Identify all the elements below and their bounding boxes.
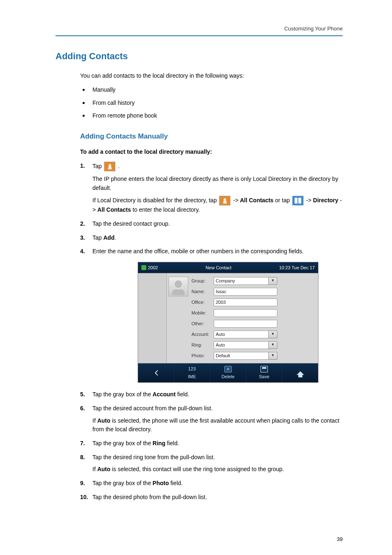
field-row-group: Group: Company ▼ bbox=[191, 276, 315, 286]
field-row-name: Name: Issac bbox=[191, 287, 315, 296]
all-contacts-label: All Contacts bbox=[240, 197, 274, 204]
photo-label: Photo bbox=[152, 480, 169, 486]
text: -> bbox=[306, 197, 313, 204]
step-line: Tap the desired photo from the pull-down… bbox=[92, 493, 343, 502]
text: is selected, the phone will use the firs… bbox=[92, 417, 339, 433]
field-row-ring: Ring: Auto ▼ bbox=[191, 340, 315, 350]
contacts-icon bbox=[219, 196, 231, 206]
field-row-office: Office: 2003 bbox=[191, 297, 315, 307]
apps-icon bbox=[292, 196, 304, 206]
add-label: Add bbox=[103, 234, 114, 241]
delete-button[interactable]: Delete bbox=[210, 363, 247, 382]
field-label: Ring: bbox=[191, 342, 214, 349]
ime-button[interactable]: 123 IME bbox=[174, 363, 210, 382]
ring-value[interactable]: Auto bbox=[214, 341, 268, 349]
delete-label: Delete bbox=[221, 373, 235, 380]
text: Tap the gray box of the bbox=[92, 440, 152, 446]
text: If Local Directory is disabled for the d… bbox=[92, 197, 218, 204]
step-5: 5. Tap the gray box of the Account field… bbox=[80, 390, 343, 399]
auto-label: Auto bbox=[97, 417, 111, 424]
chevron-down-icon[interactable]: ▼ bbox=[268, 277, 277, 285]
subsection-heading: Adding Contacts Manually bbox=[80, 131, 343, 142]
screenshot-titlebar: 2002 New Contact 10:23 Tue Dec 17 bbox=[138, 262, 318, 273]
step-10: 10. Tap the desired photo from the pull-… bbox=[80, 493, 343, 502]
step-number: 8. bbox=[80, 453, 85, 462]
text: -> bbox=[233, 197, 238, 204]
group-select[interactable]: Company ▼ bbox=[214, 277, 277, 285]
header-right: Customizing Your Phone bbox=[284, 25, 343, 32]
phone-screenshot: 2002 New Contact 10:23 Tue Dec 17 Group: bbox=[138, 262, 318, 383]
chevron-down-icon[interactable]: ▼ bbox=[268, 331, 277, 338]
text: Tap bbox=[92, 163, 103, 169]
other-input[interactable] bbox=[214, 320, 277, 328]
account-value[interactable]: Auto bbox=[214, 331, 268, 338]
step-3: 3. Tap Add. bbox=[80, 234, 343, 243]
step-line: Tap Add. bbox=[92, 234, 343, 243]
ime-label: IME bbox=[188, 373, 196, 380]
step-line: Tap the gray box of the Account field. bbox=[92, 390, 343, 399]
page-number: 39 bbox=[337, 535, 343, 543]
step-number: 1. bbox=[80, 162, 85, 171]
step-4: 4. Enter the name and the office, mobile… bbox=[80, 247, 343, 383]
status-account: 2002 bbox=[141, 264, 158, 271]
text: If bbox=[92, 417, 97, 424]
phone-icon bbox=[141, 265, 146, 270]
ime-mode: 123 bbox=[188, 365, 196, 372]
list-item: From remote phone book bbox=[80, 111, 343, 120]
mobile-input[interactable] bbox=[214, 309, 277, 317]
list-item: From call history bbox=[80, 99, 343, 108]
directory-label: Directory bbox=[313, 197, 338, 204]
step-line: Tap the gray box of the Ring field. bbox=[92, 439, 343, 448]
text: field. bbox=[165, 440, 179, 446]
chevron-down-icon[interactable]: ▼ bbox=[268, 352, 277, 360]
photo-value[interactable]: Default bbox=[214, 352, 268, 360]
section-heading: Adding Contacts bbox=[55, 49, 343, 63]
field-label: Name: bbox=[191, 288, 214, 295]
step-line: If Auto is selected, this contact will u… bbox=[92, 465, 343, 474]
step-9: 9. Tap the gray box of the Photo field. bbox=[80, 479, 343, 488]
step-line: The IP phone enters the local directory … bbox=[92, 175, 343, 192]
step-line: Tap the desired account from the pull-do… bbox=[92, 404, 343, 413]
avatar-placeholder[interactable] bbox=[168, 277, 188, 296]
step-number: 6. bbox=[80, 404, 85, 413]
group-value[interactable]: Company bbox=[214, 277, 268, 285]
text: . bbox=[118, 163, 120, 169]
step-line: If Auto is selected, the phone will use … bbox=[92, 416, 343, 434]
screenshot-body: Group: Company ▼ Name: Issac bbox=[138, 273, 318, 363]
back-button[interactable] bbox=[138, 363, 174, 382]
home-icon bbox=[297, 371, 304, 375]
step-number: 10. bbox=[80, 493, 88, 502]
home-button[interactable] bbox=[282, 363, 318, 382]
text: If bbox=[92, 466, 97, 472]
ring-select[interactable]: Auto ▼ bbox=[214, 341, 277, 349]
step-line: If Local Directory is disabled for the d… bbox=[92, 196, 343, 215]
clock: 10:23 Tue Dec 17 bbox=[279, 264, 315, 271]
account-select[interactable]: Auto ▼ bbox=[214, 331, 277, 338]
save-icon bbox=[261, 366, 268, 372]
photo-select[interactable]: Default ▼ bbox=[214, 352, 277, 360]
text: . bbox=[115, 234, 116, 241]
procedure-title: To add a contact to the local directory … bbox=[80, 148, 343, 157]
field-label: Other: bbox=[191, 320, 214, 327]
text: Tap the gray box of the bbox=[92, 391, 152, 398]
screenshot-footer: 123 IME Delete Save bbox=[138, 363, 318, 382]
step-7: 7. Tap the gray box of the Ring field. bbox=[80, 439, 343, 448]
text: Tap the gray box of the bbox=[92, 480, 152, 486]
field-label: Mobile: bbox=[191, 310, 214, 317]
back-icon bbox=[155, 370, 161, 376]
step-line: Tap . bbox=[92, 162, 343, 171]
save-button[interactable]: Save bbox=[246, 363, 282, 382]
step-line: Tap the desired contact group. bbox=[92, 220, 343, 229]
name-input[interactable]: Issac bbox=[214, 288, 277, 296]
chevron-down-icon[interactable]: ▼ bbox=[268, 341, 277, 349]
office-input[interactable]: 2003 bbox=[214, 298, 277, 306]
step-8: 8. Tap the desired ring tone from the pu… bbox=[80, 453, 343, 474]
step-2: 2. Tap the desired contact group. bbox=[80, 220, 343, 229]
step-number: 4. bbox=[80, 247, 85, 256]
step-1: 1. Tap . The IP phone enters the local d… bbox=[80, 162, 343, 215]
screen-title: New Contact bbox=[158, 264, 279, 271]
step-6: 6. Tap the desired account from the pull… bbox=[80, 404, 343, 434]
text: is selected, this contact will use the r… bbox=[111, 466, 284, 472]
auto-label: Auto bbox=[97, 466, 111, 472]
field-label: Office: bbox=[191, 299, 214, 306]
